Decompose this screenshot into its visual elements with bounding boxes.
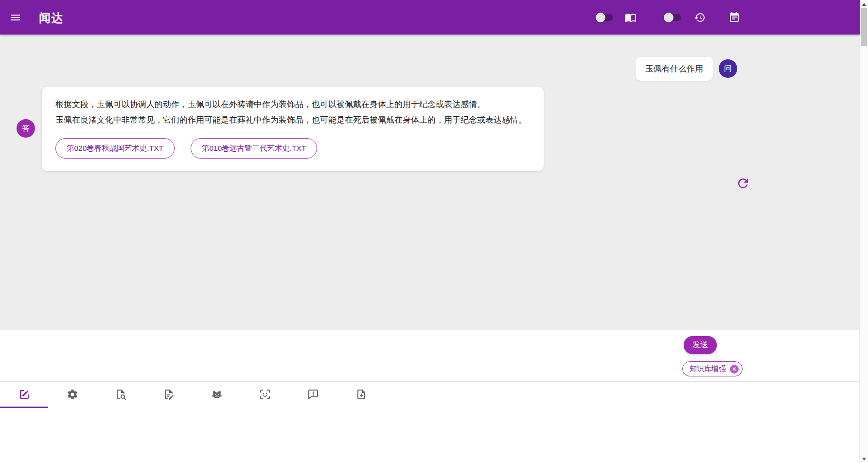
tab-export[interactable] — [337, 382, 385, 408]
toggle-thumb — [596, 13, 605, 22]
tab-cat[interactable] — [193, 382, 241, 408]
chat-alert-icon — [307, 389, 319, 402]
app-header: 闻达 — [0, 0, 860, 35]
file-search-icon — [115, 389, 126, 402]
scrollbar-thumb[interactable] — [861, 8, 867, 46]
tab-chat[interactable] — [0, 382, 48, 408]
tab-face-scan[interactable] — [241, 382, 289, 408]
agenda-icon[interactable] — [728, 12, 740, 23]
cat-icon — [211, 389, 223, 402]
menu-icon[interactable] — [9, 12, 22, 23]
question-bubble: 玉佩有什么作用 — [636, 57, 713, 81]
answer-card: 根据文段，玉佩可以协调人的动作，玉佩可以在外祷请中作为装饰品，也可以被佩戴在身体… — [42, 87, 544, 171]
history-icon[interactable] — [694, 12, 706, 23]
tab-compose[interactable] — [144, 382, 193, 408]
app-window: 闻达 玉佩有什么作用 问 答 根据文段，玉佩可以协调人的动作，玉佩可以在外祷请中… — [0, 0, 868, 463]
source-list: 第020卷春秋战国艺术史.TXT 第010卷远古暨三代艺术史.TXT — [55, 138, 530, 159]
answer-line: 根据文段，玉佩可以协调人的动作，玉佩可以在外祷请中作为装饰品，也可以被佩戴在身体… — [55, 97, 530, 112]
tab-settings[interactable] — [48, 382, 96, 408]
app-title: 闻达 — [39, 10, 63, 26]
tab-knowledge-search[interactable] — [96, 382, 144, 408]
scrollbar[interactable] — [859, 0, 868, 463]
header-toggle-2[interactable] — [664, 13, 682, 22]
source-chip[interactable]: 第010卷远古暨三代艺术史.TXT — [191, 138, 317, 159]
answer-avatar: 答 — [17, 119, 35, 138]
scrollbar-down-arrow[interactable] — [860, 455, 868, 463]
composer-panel: 发送 知识库增强 ✕ — [0, 330, 860, 463]
refresh-icon[interactable] — [735, 176, 751, 191]
file-download-icon — [355, 389, 367, 402]
answer-line: 玉佩在良渚文化中非常常见，它们的作用可能是在葬礼中作为装饰品，也可能是在死后被佩… — [55, 112, 530, 128]
source-chip[interactable]: 第020卷春秋战国艺术史.TXT — [55, 138, 175, 159]
face-scan-icon — [259, 389, 271, 402]
chat-area: 玉佩有什么作用 问 答 根据文段，玉佩可以协调人的动作，玉佩可以在外祷请中作为装… — [0, 35, 860, 330]
header-toggle-1[interactable] — [596, 13, 614, 22]
send-button[interactable]: 发送 — [684, 336, 717, 354]
question-text: 玉佩有什么作用 — [645, 63, 703, 74]
toggle-thumb — [664, 13, 673, 22]
bottom-toolbar — [0, 382, 385, 408]
knowledge-base-chip[interactable]: 知识库增强 ✕ — [682, 361, 743, 376]
settings-gear-icon — [67, 389, 78, 402]
book-icon[interactable] — [625, 12, 637, 23]
scrollbar-up-arrow[interactable] — [860, 0, 868, 8]
question-avatar: 问 — [719, 59, 737, 78]
knowledge-base-chip-label: 知识库增强 — [690, 364, 726, 374]
edit-square-icon — [18, 389, 30, 402]
file-edit-icon — [163, 389, 175, 402]
chip-close-icon[interactable]: ✕ — [730, 365, 739, 374]
tab-feedback[interactable] — [289, 382, 337, 408]
